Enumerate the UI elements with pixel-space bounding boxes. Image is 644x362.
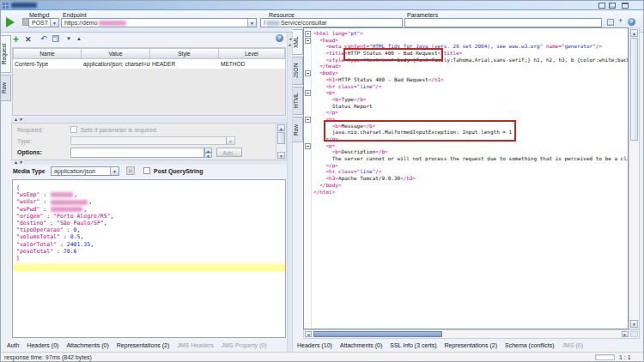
param-details-pane: Required: Sets if parameter is required …	[11, 123, 287, 160]
fold-toggle-icon[interactable]	[305, 143, 311, 149]
request-bottom-tab-jms-property-0[interactable]: JMS Property (0)	[222, 342, 267, 348]
request-body-editor[interactable]: {"wsEmp" : ,"wsUsr" : ,"wsPwd" : ,"orige…	[12, 179, 286, 338]
window-float-button[interactable]	[598, 3, 605, 9]
media-type-dropdown-arrow[interactable]: ▼	[110, 167, 118, 175]
code-line: </head>	[313, 63, 629, 69]
help-icon[interactable]: ?	[628, 18, 635, 26]
move-down-icon[interactable]: ▼	[66, 36, 71, 41]
code-line: <b>Type</b>	[313, 96, 629, 103]
details-scrollbar[interactable]: ▲ ▼	[276, 124, 285, 159]
details-scroll-down[interactable]: ▼	[277, 152, 285, 159]
response-bottom-tab-ssl-info-3-certs[interactable]: SSL Info (3 certs)	[390, 342, 436, 348]
response-scroll-right[interactable]: ►	[622, 331, 629, 337]
resource-redacted	[266, 21, 280, 26]
code-line: </p>	[313, 109, 629, 116]
media-type-select[interactable]: application/json ▼	[51, 166, 119, 176]
response-vscrollbar[interactable]: ▲ ▼	[629, 27, 640, 329]
param-table-icon[interactable]	[607, 19, 614, 26]
response-bottom-tab-headers-10[interactable]: Headers (10)	[297, 342, 332, 348]
fold-toggle-icon[interactable]	[305, 38, 311, 44]
method-dropdown-arrow[interactable]: ▼	[50, 19, 58, 27]
response-tab-raw[interactable]: Raw	[293, 117, 303, 142]
response-scroll-left[interactable]: ◄	[305, 331, 312, 337]
run-request-button[interactable]	[6, 17, 15, 27]
post-querystring-checkbox[interactable]	[143, 167, 150, 174]
endpoint-value: https://demo	[64, 20, 98, 26]
response-vscroll-thumb[interactable]	[630, 38, 638, 141]
move-up-icon[interactable]: ▲	[76, 36, 82, 41]
code-line: {	[16, 184, 114, 191]
request-bottom-tab-auth[interactable]: Auth	[7, 342, 19, 348]
request-body-code: {"wsEmp" : ,"wsUsr" : ,"wsPwd" : ,"orige…	[16, 184, 114, 262]
type-select[interactable]: ▼	[70, 136, 235, 145]
response-scroll-down[interactable]: ▼	[630, 320, 638, 328]
details-scroll-up[interactable]: ▲	[277, 124, 285, 131]
table-cell: HEADER	[150, 59, 219, 69]
delete-param-button[interactable]: ✕	[25, 35, 32, 44]
fold-gutter	[304, 28, 312, 329]
fold-toggle-icon[interactable]	[305, 90, 311, 96]
column-header-style[interactable]: Style	[150, 48, 219, 59]
response-bottom-tab-attachments-0[interactable]: Attachments (0)	[340, 342, 382, 348]
fold-toggle-icon[interactable]	[305, 70, 311, 76]
status-bar: response time: 97ms (842 bytes) 1 : 1	[1, 352, 643, 362]
response-hscroll-thumb[interactable]	[313, 331, 442, 337]
type-label: Type:	[17, 138, 32, 144]
required-checkbox[interactable]	[70, 126, 77, 133]
recreate-representation-icon[interactable]: ✕	[126, 166, 135, 175]
request-tab-request[interactable]: Request	[1, 35, 11, 73]
update-params-icon[interactable]	[52, 35, 59, 42]
response-bottom-tab-jms-0[interactable]: JMS (0)	[562, 342, 584, 348]
response-editor[interactable]: <html lang="pt"> <head> <meta content="H…	[303, 27, 629, 329]
request-bottom-tab-headers-0[interactable]: Headers (0)	[27, 342, 58, 348]
code-line: <h1>HTTP Status 400 - Bad Request</h1>	[313, 76, 629, 83]
fold-toggle-icon[interactable]	[305, 31, 311, 37]
response-hscrollbar[interactable]: ◄ ►	[303, 329, 640, 339]
method-label: Method	[29, 12, 49, 18]
code-line: </body>	[313, 182, 629, 189]
window-title-redacted	[11, 3, 37, 8]
revert-icon[interactable]: ↶	[40, 34, 47, 43]
request-bottom-tab-jms-headers[interactable]: JMS Headers	[177, 342, 213, 348]
splitter-horizontal-1[interactable]: ▲▼	[11, 117, 287, 123]
request-tab-raw[interactable]: Raw	[1, 75, 11, 101]
code-line: "pesoTotal" : 70.6	[16, 248, 114, 255]
response-bottom-tab-representations-2[interactable]: Representations (2)	[445, 342, 497, 348]
response-tab-json[interactable]: JSON	[293, 57, 303, 85]
window-maximize-button[interactable]	[622, 3, 629, 9]
endpoint-select[interactable]: https://demo ▼	[61, 18, 257, 27]
redacted-text	[51, 200, 88, 205]
endpoint-dropdown-arrow[interactable]: ▼	[247, 19, 256, 27]
params-help-icon[interactable]: ?	[276, 34, 283, 42]
request-bottom-tab-representations-2[interactable]: Representations (2)	[117, 342, 169, 348]
column-header-name[interactable]: Name	[13, 48, 82, 59]
parameters-input[interactable]	[404, 18, 602, 27]
add-param-icon[interactable]: +	[618, 16, 623, 25]
table-cell: application/json; charset=utf-8	[82, 59, 150, 69]
options-add-button[interactable]: Add..	[216, 148, 242, 157]
column-header-value[interactable]: Value	[82, 48, 150, 59]
add-param-button[interactable]: +	[13, 33, 19, 45]
response-tab-xml[interactable]: XML	[293, 29, 303, 55]
params-table[interactable]: NameValueStyleLevel Content-Typeapplicat…	[12, 47, 286, 116]
code-line: </p>	[313, 136, 629, 142]
post-querystring-label: Post QueryString	[154, 168, 204, 174]
fold-toggle-icon[interactable]	[305, 117, 311, 123]
window-titlebar[interactable]	[1, 1, 643, 10]
table-row[interactable]: Content-Typeapplication/json; charset=ut…	[13, 59, 285, 69]
method-value: POST	[32, 20, 48, 26]
window-restore-button[interactable]	[609, 3, 616, 9]
method-select[interactable]: POST ▼	[28, 18, 59, 27]
options-input[interactable]	[70, 148, 204, 158]
response-tab-html[interactable]: HTML	[293, 87, 303, 115]
request-bottom-tab-attachments-0[interactable]: Attachments (0)	[66, 342, 108, 348]
splitter-vertical[interactable]: ◂▸	[287, 33, 293, 352]
column-header-level[interactable]: Level	[219, 48, 285, 59]
details-scroll-thumb[interactable]	[277, 132, 285, 144]
response-bottom-tab-schema-conflicts[interactable]: Schema (conflicts)	[505, 342, 555, 348]
endpoint-label: Endpoint	[63, 12, 87, 18]
options-spinner-down[interactable]: ▼	[204, 153, 212, 158]
response-scroll-up[interactable]: ▲	[630, 29, 638, 37]
code-line: <html lang="pt">	[313, 30, 629, 37]
resource-input[interactable]: /Service/consultar	[260, 18, 403, 27]
